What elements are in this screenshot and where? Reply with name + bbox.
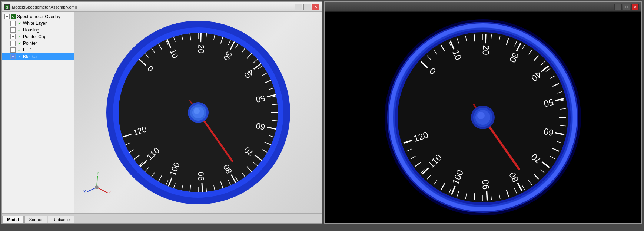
close-button[interactable]: ✕: [312, 4, 319, 10]
tree-label-white-layer: White Layer: [23, 21, 47, 26]
tree-label-pointer: Pointer: [23, 41, 37, 46]
tree-label-housing: Housing: [23, 27, 39, 33]
left-title-bar: G Model:[Speedometer Assembly.oml] — □ ✕: [2, 2, 322, 12]
app-icon: G: [4, 4, 10, 10]
minimize-button[interactable]: —: [295, 4, 302, 10]
svg-text:X: X: [83, 190, 86, 194]
maximize-button[interactable]: □: [303, 4, 311, 10]
tree-label-led: LED: [23, 47, 31, 53]
right-title-bar: — □ ✕: [325, 2, 641, 12]
left-viewport: 0 10 20 30 40 50 60 70 80 90: [74, 12, 322, 213]
svg-text:90: 90: [196, 171, 206, 181]
svg-line-82: [97, 187, 108, 193]
svg-text:20: 20: [196, 44, 206, 53]
right-window: — □ ✕ 0 10 20 30 40: [324, 1, 642, 224]
svg-line-21: [202, 183, 202, 192]
left-window-title: Model:[Speedometer Assembly.oml]: [12, 5, 77, 9]
tree-label-pointer-cap: Pointer Cap: [23, 34, 46, 39]
expander-pointer[interactable]: +: [10, 41, 16, 46]
tree-item-white-layer[interactable]: + ✓ White Layer: [2, 20, 74, 27]
svg-line-7: [200, 33, 201, 42]
right-window-controls: — □ ✕: [614, 4, 639, 10]
expander-icon[interactable]: +: [4, 14, 10, 19]
check-blocker: ✓: [17, 54, 22, 59]
axis-indicator: Z Y X: [82, 169, 112, 198]
expander-pointer-cap[interactable]: +: [10, 34, 16, 39]
expander-housing[interactable]: +: [10, 27, 16, 33]
speedometer-3d: 0 10 20 30 40 50 60 70 80 90: [102, 16, 295, 209]
svg-text:Y: Y: [97, 171, 99, 175]
svg-line-98: [485, 34, 486, 43]
check-white-layer: ✓: [17, 21, 22, 26]
tab-source[interactable]: Source: [24, 216, 47, 223]
check-housing: ✓: [17, 27, 22, 33]
tree-item-spectrometer-overlay[interactable]: + G Spectrometer Overlay: [2, 13, 74, 20]
tree-label-spectrometer: Spectrometer Overlay: [17, 14, 60, 19]
expander-blocker[interactable]: +: [10, 54, 16, 59]
tree-item-pointer-cap[interactable]: + ✓ Pointer Cap: [2, 33, 74, 40]
window-body: + G Spectrometer Overlay + ✓ White Layer…: [2, 12, 322, 213]
right-minimize-button[interactable]: —: [614, 4, 622, 10]
svg-text:90: 90: [480, 180, 491, 190]
tab-radiance[interactable]: Radiance: [48, 216, 74, 223]
tree-item-led[interactable]: + ✓ LED: [2, 47, 74, 53]
bottom-tabs: Model Source Radiance: [2, 213, 322, 223]
svg-line-112: [487, 191, 487, 201]
right-viewport: 0 10 20 30 40 50 60 70 80 90 100 110: [325, 12, 641, 223]
svg-text:60: 60: [255, 121, 266, 132]
svg-text:60: 60: [543, 126, 555, 138]
check-led: ✓: [17, 47, 22, 53]
sidebar: + G Spectrometer Overlay + ✓ White Layer…: [2, 12, 74, 213]
tree-item-blocker[interactable]: + ✓ Blocker: [2, 53, 74, 60]
svg-text:20: 20: [481, 45, 491, 55]
expander-white-layer[interactable]: +: [10, 21, 16, 26]
svg-point-172: [477, 112, 485, 119]
svg-point-81: [194, 108, 200, 114]
expander-led[interactable]: +: [10, 47, 16, 53]
left-window-controls: — □ ✕: [295, 4, 319, 10]
right-maximize-button[interactable]: □: [623, 4, 630, 10]
g-icon: G: [11, 14, 16, 19]
check-pointer-cap: ✓: [17, 34, 22, 39]
svg-text:Z: Z: [109, 191, 111, 195]
left-window: G Model:[Speedometer Assembly.oml] — □ ✕…: [1, 1, 322, 224]
right-close-button[interactable]: ✕: [631, 4, 639, 10]
tree-item-pointer[interactable]: + ✓ Pointer: [2, 40, 74, 47]
tree-item-housing[interactable]: + ✓ Housing: [2, 27, 74, 33]
svg-point-88: [95, 185, 99, 189]
check-pointer: ✓: [17, 41, 22, 46]
tab-model[interactable]: Model: [2, 216, 24, 223]
tree-label-blocker: Blocker: [23, 54, 38, 59]
speedometer-render: 0 10 20 30 40 50 60 70 80 90 100 110: [375, 17, 590, 217]
